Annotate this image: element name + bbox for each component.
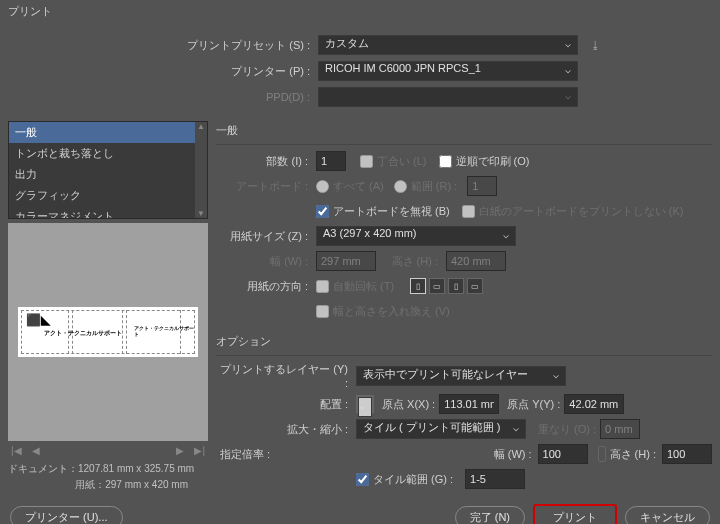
list-item-graphics[interactable]: グラフィック [9, 185, 207, 206]
overlap-label: 重なり (O) : [538, 422, 596, 437]
reverse-checkbox[interactable]: 逆順で印刷 (O) [439, 154, 530, 169]
printer-select[interactable]: RICOH IM C6000 JPN RPCS_1 [318, 61, 578, 81]
ppd-select [318, 87, 578, 107]
link-icon[interactable] [598, 446, 606, 462]
dialog-title: プリント [0, 0, 720, 23]
overlap-input [600, 419, 640, 439]
doc-size-value: 1207.81 mm x 325.75 mm [78, 463, 194, 474]
origin-y-label: 原点 Y(Y) : [507, 397, 560, 412]
tile-range-checkbox[interactable]: タイル範囲 (G) : [356, 472, 453, 487]
ppd-label: PPD(D) : [8, 91, 318, 103]
printer-setup-button[interactable]: プリンター (U)... [10, 506, 123, 524]
save-preset-icon[interactable]: ⭳ [590, 39, 601, 51]
mag-height-label: 高さ (H) : [610, 447, 656, 462]
layers-label: プリントするレイヤー (Y) : [216, 362, 356, 389]
preset-label: プリントプリセット (S) : [8, 38, 318, 53]
copies-input[interactable] [316, 151, 346, 171]
ignore-artboard-checkbox[interactable]: アートボードを無視 (B) [316, 204, 450, 219]
options-heading: オプション [216, 332, 712, 349]
collate-checkbox: 丁合い (L) [360, 154, 427, 169]
orient-portrait-rev-icon[interactable]: ▯ [448, 278, 464, 294]
cancel-button[interactable]: キャンセル [625, 506, 710, 524]
doc-size-label: ドキュメント： [8, 463, 78, 474]
skip-blank-checkbox: 白紙のアートボードをプリントしない (K) [462, 204, 684, 219]
nav-next-icon[interactable]: ▶ [176, 445, 184, 456]
paper-height-label: 高さ (H) : [376, 254, 446, 269]
paper-width-label: 幅 (W) : [216, 254, 316, 269]
copies-label: 部数 (I) : [216, 154, 316, 169]
paper-width-input [316, 251, 376, 271]
preview-area: ⬛◣ アクト・テクニカルサポート アクト・テクニカルサポート [8, 223, 208, 441]
range-radio: 範囲 (R) : [394, 179, 457, 194]
preview-nav[interactable]: |◀ ◀ ▶ ▶| [8, 445, 208, 456]
general-heading: 一般 [216, 121, 712, 138]
scale-label: 拡大・縮小 : [216, 422, 356, 437]
origin-y-input[interactable] [564, 394, 624, 414]
mag-height-input[interactable] [662, 444, 712, 464]
origin-x-input[interactable] [439, 394, 499, 414]
range-input [467, 176, 497, 196]
orientation-label: 用紙の方向 : [216, 279, 316, 294]
all-radio: すべて (A) [316, 179, 384, 194]
scale-select[interactable]: タイル ( プリント可能範囲 ) [356, 419, 526, 439]
mag-width-input[interactable] [538, 444, 588, 464]
preset-select[interactable]: カスタム [318, 35, 578, 55]
placement-grid[interactable] [356, 395, 374, 413]
printer-label: プリンター (P) : [8, 64, 318, 79]
media-size-value: 297 mm x 420 mm [105, 479, 188, 490]
transverse-checkbox: 幅と高さを入れ換え (V) [316, 304, 450, 319]
list-item-color[interactable]: カラーマネジメント [9, 206, 207, 219]
category-listbox[interactable]: 一般 トンボと裁ち落とし 出力 グラフィック カラーマネジメント [8, 121, 208, 219]
placement-label: 配置 : [216, 397, 356, 412]
paper-height-input [446, 251, 506, 271]
list-item-general[interactable]: 一般 [9, 122, 207, 143]
orient-landscape-rev-icon[interactable]: ▭ [467, 278, 483, 294]
origin-x-label: 原点 X(X) : [382, 397, 435, 412]
nav-first-icon[interactable]: |◀ [11, 445, 22, 456]
tile-range-input[interactable] [465, 469, 525, 489]
mag-width-label: 幅 (W) : [494, 447, 532, 462]
orient-portrait-icon[interactable]: ▯ [410, 278, 426, 294]
media-size-label: 用紙： [75, 479, 105, 490]
nav-prev-icon[interactable]: ◀ [32, 445, 40, 456]
auto-rotate-checkbox: 自動回転 (T) [316, 279, 394, 294]
list-item-output[interactable]: 出力 [9, 164, 207, 185]
paper-size-label: 用紙サイズ (Z) : [216, 229, 316, 244]
nav-last-icon[interactable]: ▶| [194, 445, 205, 456]
done-button[interactable]: 完了 (N) [455, 506, 525, 524]
print-button[interactable]: プリント [533, 504, 617, 524]
list-item-marks[interactable]: トンボと裁ち落とし [9, 143, 207, 164]
magnification-label: 指定倍率 : [216, 447, 286, 462]
paper-size-select[interactable]: A3 (297 x 420 mm) [316, 226, 516, 246]
orient-landscape-icon[interactable]: ▭ [429, 278, 445, 294]
layers-select[interactable]: 表示中でプリント可能なレイヤー [356, 366, 566, 386]
artboard-label: アートボード : [216, 179, 316, 194]
listbox-scrollbar[interactable] [195, 122, 207, 218]
artboard-preview: ⬛◣ アクト・テクニカルサポート アクト・テクニカルサポート [18, 307, 198, 357]
